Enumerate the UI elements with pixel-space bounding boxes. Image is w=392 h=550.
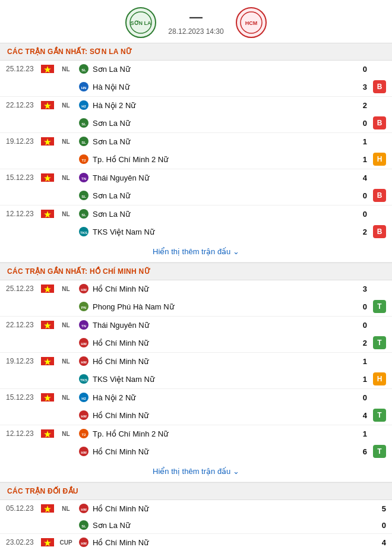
svg-text:H2: H2 [81,105,86,108]
competition-label: NL [57,66,75,72]
flag-icon [40,209,55,219]
team1-name: Hà Nội 2 Nữ [93,101,353,110]
team2-name: Phong Phú Hà Nam Nữ [93,302,353,311]
team2-logo: PN [78,301,89,312]
match-row-team1: 23.02.23 CUP HM Hồ Chí Minh Nữ 4 [0,534,392,550]
team1-score: 1 [353,357,367,366]
match-pair: 05.12.23 NL HM Hồ Chí Minh Nữ 5 SL Sơn L… [0,500,392,534]
team1-score: 5 [372,504,386,513]
section1-show-more[interactable]: Hiển thị thêm trận đấu ⌄ [0,241,392,263]
team1-logo: HM [78,356,89,366]
flag-icon [40,429,55,438]
match-row-team2: HN Hà Nội Nữ 3 B [0,77,392,96]
match-date: 05.12.23 [6,504,40,513]
team2-score: 0 [353,302,367,311]
result-badge: T [373,445,386,458]
match-row-team2: T2 Tp. Hồ Chí Minh 2 Nữ 1 H [0,150,392,169]
team2-score: 0 [372,521,386,530]
team-right-logo: HCM [236,7,267,38]
team2-name: TKS Việt Nam Nữ [93,375,353,384]
team2-logo: SL [78,520,89,530]
team2-score: 2 [353,339,367,347]
svg-text:SL: SL [81,524,86,528]
svg-text:HM: HM [81,361,86,364]
match-row-team1: 22.12.23 NL H2 Hà Nội 2 Nữ 2 [0,97,392,113]
team2-logo: HM [78,337,89,348]
team1-logo: TN [78,320,89,330]
team2-name: Sơn La Nữ [93,191,353,200]
match-row-team1: 25.12.23 NL HM Hồ Chí Minh Nữ 3 [0,280,392,297]
flag-icon [40,64,55,74]
team2-logo: SL [78,190,89,201]
team1-score: 1 [353,429,367,438]
match-pair: 22.12.23 NL H2 Hà Nội 2 Nữ 2 SL Sơn La N… [0,97,392,133]
team1-name: Sơn La Nữ [93,65,353,74]
match-pair: 25.12.23 NL SL Sơn La Nữ 0 HN Hà Nội Nữ … [0,61,392,97]
team2-name: Hồ Chí Minh Nữ [93,411,353,420]
match-row-team1: 12.12.23 NL T2 Tp. Hồ Chí Minh 2 Nữ 1 [0,425,392,442]
team1-name: Hồ Chí Minh Nữ [93,504,372,513]
match-date: 25.12.23 [6,65,40,73]
match-row-team2: SL Sơn La Nữ 0 [0,517,392,533]
section2-title: CÁC TRẬN GẦN NHẤT: HỒ CHÍ MINH NỮ [0,263,392,280]
match-pair: 22.12.23 NL TN Thái Nguyên Nữ 0 HM Hồ Ch… [0,317,392,353]
match-row-team1: 25.12.23 NL SL Sơn La Nữ 0 [0,61,392,77]
svg-text:HM: HM [81,542,86,545]
match-row-team1: 15.12.23 NL H2 Hà Nội 2 Nữ 0 [0,389,392,406]
match-date: 25.12.23 [6,285,40,293]
svg-text:SL: SL [81,122,86,126]
section-head2head: CÁC TRẬN ĐỐI ĐẦU 05.12.23 NL HM Hồ Chí M… [0,482,392,550]
team1-name: Tp. Hồ Chí Minh 2 Nữ [93,429,353,438]
svg-text:H2: H2 [81,397,86,400]
team1-name: Hồ Chí Minh Nữ [93,285,353,293]
flag-spacer [40,82,55,91]
competition-label: NL [57,322,75,328]
match-row-team2: SL Sơn La Nữ 0 B [0,113,392,132]
section3-title: CÁC TRẬN ĐỐI ĐẦU [0,482,392,500]
result-badge: H [373,372,386,385]
match-date: 12.12.23 [6,429,40,438]
team2-name: Hồ Chí Minh Nữ [93,339,353,347]
section1-matches: 25.12.23 NL SL Sơn La Nữ 0 HN Hà Nội Nữ … [0,61,392,241]
team2-score: 3 [353,83,367,91]
team2-score: 1 [353,375,367,384]
flag-spacer [40,447,55,456]
competition-label: NL [57,102,75,109]
team2-name: Sơn La Nữ [93,521,372,530]
match-row-team2: TKS TKS Việt Nam Nữ 1 H [0,369,392,388]
competition-label: NL [57,286,75,292]
team2-name: Hồ Chí Minh Nữ [93,447,353,456]
match-row-team2: SL Sơn La Nữ 0 B [0,186,392,205]
team2-logo: HN [78,81,89,92]
team2-logo: T2 [78,154,89,165]
flag-spacer [40,520,55,530]
result-badge: B [373,80,386,93]
match-pair: 19.12.23 NL HM Hồ Chí Minh Nữ 1 TKS TKS … [0,353,392,389]
match-pair: 15.12.23 NL TN Thái Nguyên Nữ 4 SL Sơn L… [0,169,392,206]
match-row-team1: 22.12.23 NL TN Thái Nguyên Nữ 0 [0,317,392,333]
svg-text:T2: T2 [81,159,86,162]
team1-score: 2 [353,101,367,110]
team2-logo: TKS [78,226,89,237]
competition-label: NL [57,394,75,401]
svg-text:TKS: TKS [80,231,87,235]
team2-logo: TKS [78,374,89,384]
match-pair: 25.12.23 NL HM Hồ Chí Minh Nữ 3 PN Phong… [0,280,392,317]
team2-score: 0 [353,119,367,128]
team1-name: Hồ Chí Minh Nữ [93,538,372,547]
flag-spacer [40,302,55,311]
team1-score: 1 [353,137,367,146]
section2-show-more[interactable]: Hiển thị thêm trận đấu ⌄ [0,461,392,482]
svg-text:TN: TN [81,177,86,181]
team2-score: 6 [353,447,367,456]
team-left-logo: SƠN LA [125,7,156,38]
flag-icon [40,356,55,366]
match-date: 22.12.23 [6,101,40,109]
match-row-team2: PN Phong Phú Hà Nam Nữ 0 T [0,297,392,316]
team1-logo: SL [78,136,89,147]
match-row-team1: 19.12.23 NL HM Hồ Chí Minh Nữ 1 [0,353,392,369]
flag-spacer [40,410,55,420]
team2-score: 0 [353,191,367,200]
team2-logo: HM [78,410,89,421]
competition-label: NL [57,505,75,512]
